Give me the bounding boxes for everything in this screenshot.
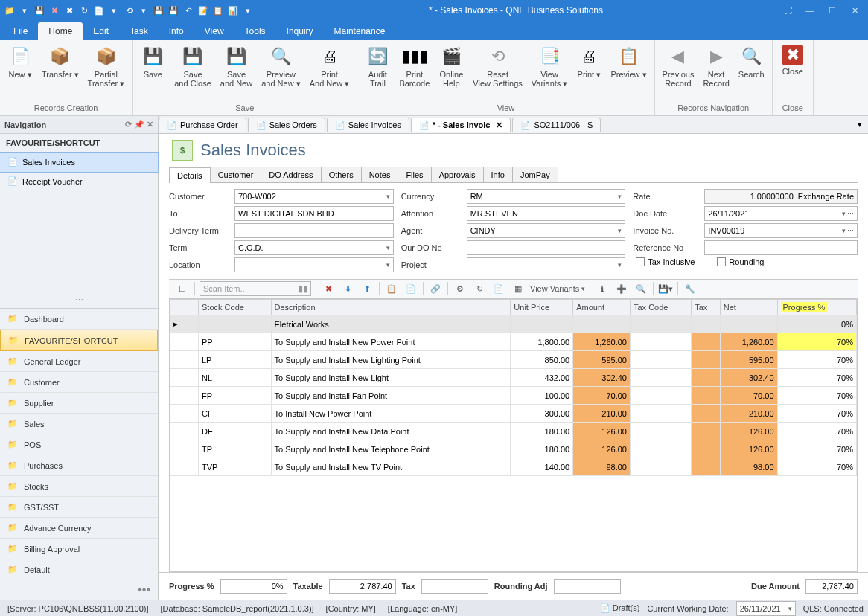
qat-btn[interactable]: ▾ (137, 4, 150, 17)
menu-info[interactable]: Info (159, 22, 194, 40)
menu-tools[interactable]: Tools (234, 22, 276, 40)
qat-btn[interactable]: ▾ (241, 4, 255, 17)
table-row[interactable]: TVPTo Supply and Install New TV Point140… (170, 458, 857, 476)
fav-item-sales-invoices[interactable]: 📄Sales Invoices (0, 152, 159, 173)
line-items-grid[interactable]: Stock CodeDescriptionUnit PriceAmountTax… (169, 298, 858, 572)
col-header[interactable]: Tax Code (630, 300, 691, 315)
col-header[interactable]: Net (720, 300, 777, 315)
ribbon-save-and-close-button[interactable]: 💾Saveand Close (170, 42, 216, 102)
form-tab-do-address[interactable]: DO Address (261, 167, 321, 182)
nav-section-stocks[interactable]: 📁Stocks (0, 476, 158, 497)
maximize-icon[interactable]: ☐ (822, 3, 843, 18)
menu-home[interactable]: Home (38, 22, 83, 40)
add-icon[interactable]: ➕ (614, 281, 629, 296)
ribbon-new-button[interactable]: 📄New ▾ (3, 42, 37, 102)
view-variants-button[interactable]: View Variants▾ (530, 281, 585, 296)
col-header[interactable] (170, 300, 185, 315)
form-tab-others[interactable]: Others (321, 167, 362, 182)
binoculars-icon[interactable]: 🔍 (634, 281, 648, 296)
agent-select[interactable]: CINDY▾ (467, 223, 626, 238)
customize-icon[interactable]: 🔧 (683, 281, 698, 296)
nav-section-favourite-shortcut[interactable]: 📁FAVOURITE/SHORTCUT (0, 330, 158, 351)
invoice-input[interactable]: INV00019▾ ⋯ (704, 223, 858, 238)
table-row[interactable]: TPTo Supply and Install New Telephone Po… (170, 440, 857, 458)
paste-icon[interactable]: 📄 (403, 281, 418, 296)
ribbon-audit-trail-button[interactable]: 🔄AuditTrail (360, 42, 395, 102)
delivery-term-input[interactable] (234, 223, 394, 238)
refresh-icon[interactable]: ↻ (472, 281, 487, 296)
to-input[interactable] (234, 206, 394, 221)
ribbon-print-barcode-button[interactable]: ▮▮▮PrintBarcode (395, 42, 434, 102)
qat-btn[interactable]: ⟲ (122, 4, 135, 17)
col-header[interactable]: Progress % (777, 300, 856, 315)
fav-item-receipt-voucher[interactable]: 📄Receipt Voucher (0, 172, 158, 191)
menu-file[interactable]: File (3, 22, 38, 40)
nav-section-general-ledger[interactable]: 📁General Ledger (0, 351, 158, 372)
doctab[interactable]: 📄Sales Orders (248, 118, 325, 132)
table-row[interactable]: DFTo Supply and Install New Data Point18… (170, 423, 857, 440)
nav-section-supplier[interactable]: 📁Supplier (0, 393, 158, 414)
ribbon-partial-transfer-button[interactable]: 📦PartialTransfer ▾ (83, 42, 130, 102)
ref-input[interactable] (704, 240, 858, 255)
copy-icon[interactable]: 📋 (384, 281, 399, 296)
close-icon[interactable]: ✕ (844, 3, 865, 18)
qat-btn[interactable]: ✖ (48, 4, 61, 17)
rounding-checkbox[interactable]: Rounding (717, 257, 764, 266)
menu-edit[interactable]: Edit (83, 22, 119, 40)
col-header[interactable]: Amount (573, 300, 631, 315)
qat-btn[interactable]: 📝 (197, 4, 210, 17)
info-icon[interactable]: ℹ (595, 281, 610, 296)
qat-btn[interactable]: 💾 (152, 4, 165, 17)
qat-btn[interactable]: 📁 (3, 4, 16, 17)
minimize-icon[interactable]: — (800, 3, 820, 18)
nav-section-purchases[interactable]: 📁Purchases (0, 455, 158, 476)
nav-section-sales[interactable]: 📁Sales (0, 414, 158, 434)
nav-resize-handle[interactable]: ⋯ (0, 292, 158, 308)
doc-icon[interactable]: 📄 (491, 281, 506, 296)
table-row[interactable]: CFTo Install New Power Point300.00210.00… (170, 405, 857, 423)
currency-select[interactable]: RM▾ (467, 189, 626, 204)
form-tab-customer[interactable]: Customer (210, 167, 262, 182)
nav-header-tools[interactable]: ⟳ 📌 ✕ (125, 120, 153, 129)
doctab[interactable]: 📄Purchase Order (159, 118, 246, 132)
layout-icon[interactable]: ▦ (511, 281, 526, 296)
doctab[interactable]: 📄* - Sales Invoic✕ (411, 118, 511, 132)
menu-task[interactable]: Task (119, 22, 159, 40)
link-icon[interactable]: 🔗 (428, 281, 443, 296)
close-tab-icon[interactable]: ✕ (496, 121, 502, 130)
term-select[interactable]: C.O.D.▾ (234, 240, 394, 255)
scan-item-input[interactable]: Scan Item..▮▮ (200, 281, 311, 296)
ribbon-print-and-new-button[interactable]: 🖨PrintAnd New ▾ (305, 42, 354, 102)
progress-total[interactable]: 0% (220, 579, 287, 594)
ribbon-close-button[interactable]: ✖Close (776, 42, 810, 102)
move-down-icon[interactable]: ⬇ (340, 281, 355, 296)
table-row[interactable]: PPTo Supply and Install New Power Point1… (170, 333, 857, 351)
qat-btn[interactable]: 📄 (92, 4, 106, 17)
doctab[interactable]: 📄Sales Invoices (327, 118, 409, 132)
ribbon-view-variants-button[interactable]: 📑ViewVariants ▾ (527, 42, 572, 102)
ourdo-input[interactable] (467, 240, 626, 255)
doctab[interactable]: 📄SO2111/006 - S (512, 118, 601, 132)
qat-btn[interactable]: 📋 (211, 4, 225, 17)
menu-maintenance[interactable]: Maintenance (324, 22, 396, 40)
col-header[interactable]: Tax (692, 300, 721, 315)
move-up-icon[interactable]: ⬆ (360, 281, 374, 296)
ribbon-print-button[interactable]: 🖨Print ▾ (572, 42, 606, 102)
docdate-input[interactable]: 26/11/2021▾ ⋯ (704, 206, 858, 221)
nav-overflow[interactable]: ••• (0, 580, 158, 600)
form-tab-details[interactable]: Details (169, 167, 211, 183)
tax-inclusive-checkbox[interactable]: Tax Inclusive (636, 257, 695, 266)
table-row[interactable]: FPTo Supply and Install Fan Point100.007… (170, 387, 857, 405)
cwd-input[interactable]: 26/11/2021▾ (736, 601, 796, 616)
ribbon-save-and-new-button[interactable]: 💾Saveand New (216, 42, 257, 102)
qat-btn[interactable]: ✖ (63, 4, 76, 17)
select-all-icon[interactable]: ☐ (175, 281, 190, 296)
location-select[interactable]: ▾ (234, 257, 394, 272)
menu-inquiry[interactable]: Inquiry (276, 22, 324, 40)
nav-section-customer[interactable]: 📁Customer (0, 372, 158, 393)
table-row[interactable]: NLTo Supply and Install New Light432.003… (170, 369, 857, 387)
nav-section-gst-sst[interactable]: 📁GST/SST (0, 497, 158, 518)
table-row[interactable]: ▸Eletrical Works0% (170, 315, 857, 333)
qat-btn[interactable]: ↶ (182, 4, 195, 17)
ribbon-save-button[interactable]: 💾Save (135, 42, 170, 102)
